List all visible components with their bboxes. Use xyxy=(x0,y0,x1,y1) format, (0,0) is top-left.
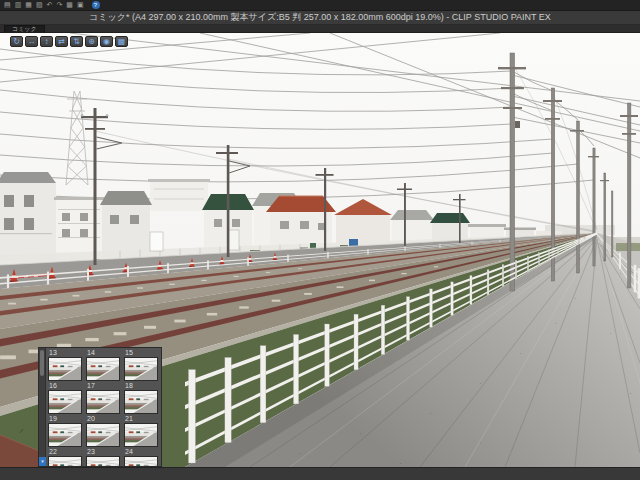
redo-icon[interactable]: ↷ xyxy=(56,1,62,9)
panel-scrollbar[interactable]: ▾ xyxy=(39,348,46,466)
page-cell: 17 xyxy=(86,381,122,414)
workspace-icon[interactable]: ▣ xyxy=(77,1,84,9)
page-cell: 16 xyxy=(48,381,84,414)
status-bar xyxy=(0,467,640,480)
page-number: 22 xyxy=(48,447,84,456)
command-bar: ▤ ▥ ▦ ▧ ↶ ↷ ▩ ▣ ? xyxy=(0,0,640,11)
page-number: 19 xyxy=(48,414,84,423)
page-cell: 18 xyxy=(124,381,160,414)
page-number: 15 xyxy=(124,348,160,357)
page-cell: 19 xyxy=(48,414,84,447)
model-move-icon[interactable]: ⇄ xyxy=(55,36,68,47)
open-file-icon[interactable]: ▥ xyxy=(15,1,22,9)
page-number: 20 xyxy=(86,414,122,423)
page-thumbnail[interactable] xyxy=(124,423,158,447)
page-thumbnail[interactable] xyxy=(86,456,120,467)
canvas-area: ↻ ↔ ↕ ⇄ ⇅ ⊕ ◉ ▦ ▾ 13 14 15 16 17 18 19 2 xyxy=(0,33,640,467)
page-cell: 22 xyxy=(48,447,84,467)
document-title: コミック* (A4 297.00 x 210.00mm 製本サイズ:B5 判 2… xyxy=(89,11,551,24)
document-title-bar: コミック* (A4 297.00 x 210.00mm 製本サイズ:B5 判 2… xyxy=(0,11,640,25)
model-snap-icon[interactable]: ⊕ xyxy=(85,36,98,47)
page-thumbnail-grid: 13 14 15 16 17 18 19 20 21 22 23 24 xyxy=(46,348,162,466)
page-cell: 24 xyxy=(124,447,160,467)
help-icon[interactable]: ? xyxy=(92,1,100,9)
app-window: ▤ ▥ ▦ ▧ ↶ ↷ ▩ ▣ ? コミック* (A4 297.00 x 210… xyxy=(0,0,640,480)
page-number: 23 xyxy=(86,447,122,456)
camera-dolly-icon[interactable]: ↕ xyxy=(40,36,53,47)
page-number: 24 xyxy=(124,447,160,456)
camera-rotate-icon[interactable]: ↻ xyxy=(10,36,23,47)
page-cell: 13 xyxy=(48,348,84,381)
print-icon[interactable]: ▧ xyxy=(36,1,43,9)
panel-scrollbar-thumb[interactable] xyxy=(40,350,44,376)
page-thumbnail-panel: ▾ 13 14 15 16 17 18 19 20 21 22 23 24 xyxy=(38,347,162,467)
camera-target-icon[interactable]: ◉ xyxy=(100,36,113,47)
page-thumbnail[interactable] xyxy=(48,390,82,414)
page-thumbnail[interactable] xyxy=(48,357,82,381)
page-thumbnail[interactable] xyxy=(86,390,120,414)
page-cell: 15 xyxy=(124,348,160,381)
page-number: 18 xyxy=(124,381,160,390)
save-icon[interactable]: ▦ xyxy=(25,1,32,9)
page-thumbnail[interactable] xyxy=(124,456,158,467)
page-number: 17 xyxy=(86,381,122,390)
page-cell: 21 xyxy=(124,414,160,447)
panel-scroll-down-button[interactable]: ▾ xyxy=(39,457,46,466)
page-thumbnail[interactable] xyxy=(86,423,120,447)
ground-grid-icon[interactable]: ▦ xyxy=(115,36,128,47)
page-thumbnail[interactable] xyxy=(48,456,82,467)
page-number: 16 xyxy=(48,381,84,390)
page-cell: 20 xyxy=(86,414,122,447)
page-number: 13 xyxy=(48,348,84,357)
undo-icon[interactable]: ↶ xyxy=(47,1,53,9)
page-number: 14 xyxy=(86,348,122,357)
page-cell: 23 xyxy=(86,447,122,467)
model-rotate-icon[interactable]: ⇅ xyxy=(70,36,83,47)
page-thumbnail[interactable] xyxy=(86,357,120,381)
page-cell: 14 xyxy=(86,348,122,381)
grid-icon[interactable]: ▩ xyxy=(66,1,73,9)
camera-pan-icon[interactable]: ↔ xyxy=(25,36,38,47)
canvas-tab-strip: コミック xyxy=(0,25,640,33)
page-number: 21 xyxy=(124,414,160,423)
new-canvas-icon[interactable]: ▤ xyxy=(4,1,11,9)
page-thumbnail[interactable] xyxy=(124,390,158,414)
canvas-tab[interactable]: コミック xyxy=(4,25,45,33)
page-thumbnail[interactable] xyxy=(48,423,82,447)
page-thumbnail[interactable] xyxy=(124,357,158,381)
nav3d-toolbar: ↻ ↔ ↕ ⇄ ⇅ ⊕ ◉ ▦ xyxy=(10,36,128,47)
